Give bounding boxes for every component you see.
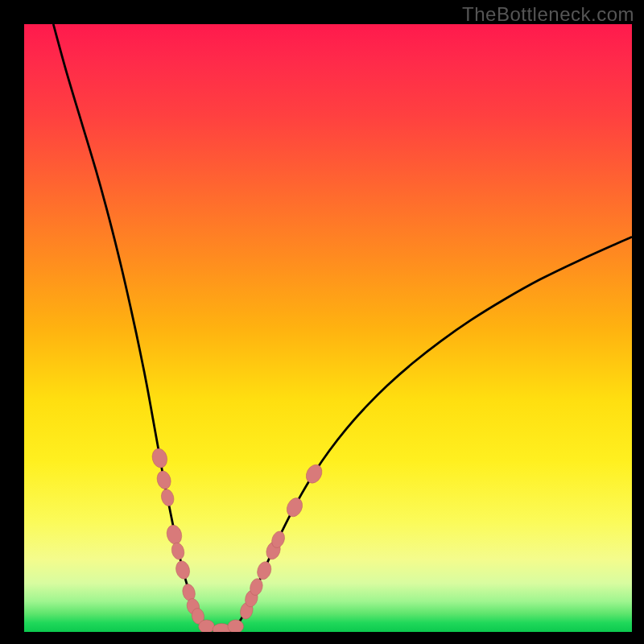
- data-marker: [255, 559, 274, 581]
- curve-left-branch: [53, 24, 215, 631]
- data-marker: [150, 447, 169, 469]
- data-marker: [199, 620, 215, 632]
- plot-area: [24, 24, 632, 632]
- data-marker: [303, 462, 324, 486]
- data-marker: [228, 620, 244, 632]
- data-marker: [155, 469, 173, 490]
- data-marker: [170, 541, 186, 560]
- data-marker: [165, 523, 184, 546]
- curve-layer: [24, 24, 632, 632]
- curve-right-branch: [229, 237, 632, 631]
- data-marker: [174, 559, 192, 580]
- data-marker: [159, 488, 175, 507]
- data-marker: [284, 495, 306, 519]
- chart-frame: TheBottleneck.com: [0, 0, 644, 644]
- markers-group: [150, 447, 324, 632]
- watermark-text: TheBottleneck.com: [462, 3, 634, 26]
